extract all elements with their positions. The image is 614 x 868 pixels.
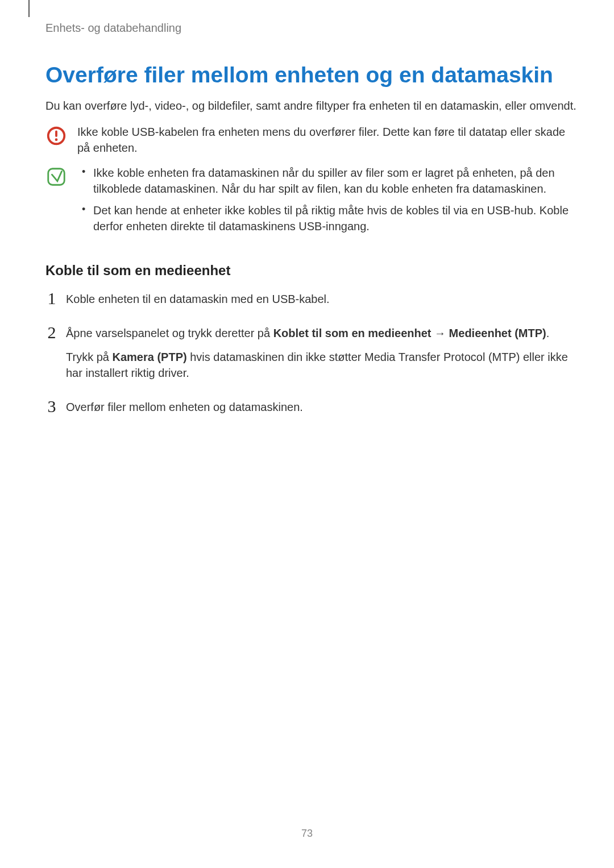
note-icon: [45, 166, 67, 188]
page-left-mark: [28, 0, 30, 17]
bold-text: Koblet til som en medieenhet: [273, 327, 432, 339]
step-text: Trykk på Kamera (PTP) hvis datamaskinen …: [66, 349, 577, 381]
svg-rect-1: [55, 131, 57, 137]
page-number: 73: [0, 828, 614, 840]
warning-icon: [45, 125, 67, 147]
bold-text: Medieenhet (MTP): [449, 327, 546, 339]
step-text: Koble enheten til en datamaskin med en U…: [66, 291, 330, 307]
text: Trykk på: [66, 351, 113, 363]
step-number: 2: [45, 324, 58, 341]
step-text: Overfør filer mellom enheten og datamask…: [66, 399, 303, 415]
text: .: [546, 327, 550, 339]
text: Åpne varselspanelet og trykk deretter på: [66, 327, 273, 339]
svg-point-2: [55, 138, 58, 141]
page-title: Overføre filer mellom enheten og en data…: [45, 63, 577, 88]
step-text: Åpne varselspanelet og trykk deretter på…: [66, 325, 577, 341]
step-body: Åpne varselspanelet og trykk deretter på…: [66, 325, 577, 389]
step-body: Overfør filer mellom enheten og datamask…: [66, 399, 303, 423]
step-body: Koble enheten til en datamaskin med en U…: [66, 291, 330, 315]
tip-list-item: Ikke koble enheten fra datamaskinen når …: [77, 165, 577, 197]
intro-paragraph: Du kan overføre lyd-, video-, og bildefi…: [45, 98, 577, 114]
step-number: 3: [45, 398, 58, 415]
step-3: 3 Overfør filer mellom enheten og datama…: [45, 399, 577, 423]
step-1: 1 Koble enheten til en datamaskin med en…: [45, 291, 577, 315]
bold-text: Kamera (PTP): [113, 351, 187, 363]
arrow: →: [431, 327, 449, 339]
page-header-chapter: Enhets- og databehandling: [45, 22, 181, 35]
tip-callout: Ikke koble enheten fra datamaskinen når …: [45, 165, 577, 240]
warning-text: Ikke koble USB-kabelen fra enheten mens …: [77, 124, 577, 156]
tip-list-item: Det kan hende at enheter ikke kobles til…: [77, 202, 577, 234]
step-number: 1: [45, 290, 58, 307]
step-2: 2 Åpne varselspanelet og trykk deretter …: [45, 325, 577, 389]
tip-text: Ikke koble enheten fra datamaskinen når …: [77, 165, 577, 240]
section-heading: Koble til som en medieenhet: [45, 263, 577, 279]
warning-callout: Ikke koble USB-kabelen fra enheten mens …: [45, 124, 577, 156]
page-content: Overføre filer mellom enheten og en data…: [45, 57, 577, 433]
